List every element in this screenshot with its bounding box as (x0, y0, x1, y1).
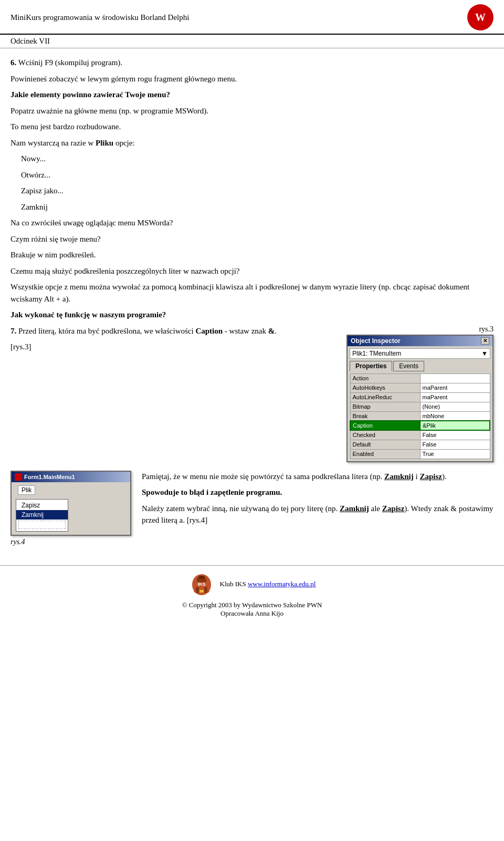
prop-bitmap-value: (None) (420, 402, 490, 411)
form-titlebar: Form1.MainMenu1 (12, 472, 130, 482)
prop-break-value: mbNone (420, 411, 490, 421)
prop-bitmap-name: Bitmap (350, 402, 420, 411)
question4: Czemu mają służyć podkreślenia poszczegó… (10, 265, 494, 277)
prop-default-name: Default (350, 440, 420, 449)
main-content: 6. Wciśnij F9 (skompiluj program). Powin… (0, 48, 504, 555)
amp-bold: & (268, 327, 275, 335)
prop-enabled-name: Enabled (350, 449, 420, 459)
form-menu-bar: Plik (16, 485, 126, 495)
para7-zapisz: Zapisz (382, 504, 405, 513)
svg-text:IKS: IKS (197, 582, 205, 587)
table-row: AutoLineReduc maParent (350, 392, 490, 402)
para3-prefix: Nam wystarczą na razie w (10, 139, 96, 147)
bottom-section: Form1.MainMenu1 Plik Zapisz Zamknij rys.… (10, 471, 494, 546)
logo: W (467, 4, 494, 30)
header-left: MiniKurs programowania w środowisku Borl… (10, 13, 189, 22)
chevron-down-icon: ▼ (481, 350, 488, 357)
para5: Wszystkie opcje z menu można wywołać za … (10, 281, 494, 305)
table-row: Break mbNone (350, 411, 490, 421)
prop-autohotkeys-value: maParent (420, 383, 490, 392)
prop-break-name: Break (350, 411, 420, 421)
oi-tabs: Properties Events (350, 361, 490, 371)
step7-rys: [rys.3] (10, 341, 336, 353)
para7: Należy zatem wybrać inną, nie używaną do… (142, 503, 494, 526)
oi-title-text: Object Inspector (351, 337, 401, 345)
menu-entry-zapisz[interactable]: Zapisz (16, 501, 68, 510)
page-footer: IKS Klub IKS www.informatyka.edu.pl © Co… (0, 565, 504, 622)
object-inspector-col: rys.3 Object Inspector ✕ Plik1: TMenuIte… (346, 325, 494, 462)
form-icon (15, 473, 22, 481)
table-row: Checked False (350, 430, 490, 440)
step7-main: Przed literą, która ma być podkreślona, … (18, 327, 277, 335)
menu-entry-dashed (18, 521, 66, 529)
bold-error-text: Spowoduje to błąd i zapętlenie programu. (142, 486, 494, 499)
prop-enabled-value: True (420, 449, 490, 459)
footer-author: Opracowała Anna Kijo (10, 609, 494, 618)
prop-autolinereduc-name: AutoLineReduc (350, 392, 420, 402)
rys4-label: rys.4 (10, 538, 131, 546)
menu-entry-zamknij[interactable]: Zamknij (16, 510, 68, 520)
footer-club-text: Klub IKS www.informatyka.edu.pl (220, 580, 316, 588)
table-row-caption: Caption &Plik (350, 421, 490, 430)
form-window: Form1.MainMenu1 Plik Zapisz Zamknij (10, 471, 131, 536)
form-menu-dropdown: Zapisz Zamknij (16, 499, 68, 532)
form-window-col: Form1.MainMenu1 Plik Zapisz Zamknij rys.… (10, 471, 131, 546)
para6-zamknij: Zamknij (384, 472, 414, 481)
oi-close-button[interactable]: ✕ (481, 337, 489, 345)
footer-link[interactable]: www.informatyka.edu.pl (248, 580, 316, 588)
step7-number: 7. (10, 327, 16, 335)
page-header: MiniKurs programowania w środowisku Borl… (0, 0, 504, 35)
table-row: Action (350, 373, 490, 383)
prop-autohotkeys-name: AutoHotkeys (350, 383, 420, 392)
footer-copyright: © Copyright 2003 by Wydawnictwo Szkolne … (10, 601, 494, 609)
tab-events[interactable]: Events (393, 361, 424, 371)
menu-item-otworz: Otwórz... (21, 169, 494, 181)
form-menu-plik[interactable]: Plik (18, 485, 35, 495)
caption-bold: Caption (195, 327, 223, 335)
para3-suffix: opcje: (113, 139, 134, 147)
prop-action-name: Action (350, 373, 420, 383)
step7-section: 7. Przed literą, która ma być podkreślon… (10, 325, 494, 462)
rys3-label: rys.3 (346, 325, 494, 334)
para3: Nam wystarczą na razie w Pliku opcje: (10, 137, 494, 149)
step7-text-col: 7. Przed literą, która ma być podkreślon… (10, 325, 336, 462)
prop-default-value: False (420, 440, 490, 449)
para7-zamknij: Zamknij (340, 504, 369, 513)
svg-rect-5 (204, 587, 207, 593)
step6-line: 6. Wciśnij F9 (skompiluj program). (10, 57, 494, 69)
para4: Brakuje w nim podkreśleń. (10, 249, 494, 261)
oi-titlebar: Object Inspector ✕ (348, 336, 492, 346)
odcinek-label: Odcinek VII (10, 37, 50, 45)
prop-caption-name: Caption (350, 421, 420, 430)
object-inspector-window: Object Inspector ✕ Plik1: TMenuItem ▼ Pr… (346, 335, 494, 462)
para6: Pamiętaj, że w menu nie może się powtórz… (142, 471, 494, 483)
footer-logo-area: IKS Klub IKS www.informatyka.edu.pl (10, 570, 494, 599)
header-title: MiniKurs programowania w środowisku Borl… (10, 13, 189, 22)
question1: Jakie elementy powinno zawierać Twoje me… (10, 89, 494, 101)
form-body: Plik Zapisz Zamknij (12, 482, 130, 535)
para3-pliku: Pliku (96, 139, 113, 147)
step6-sub: Powinieneś zobaczyć w lewym górnym rogu … (10, 73, 494, 85)
table-row: AutoHotkeys maParent (350, 383, 490, 392)
menu-item-nowy: Nowy... (21, 153, 494, 165)
table-row: Default False (350, 440, 490, 449)
table-row: Enabled True (350, 449, 490, 459)
prop-autolinereduc-value: maParent (420, 392, 490, 402)
form-title: Form1.MainMenu1 (24, 474, 75, 480)
question5: Jak wykonać tę funkcję w naszym programi… (10, 309, 494, 321)
question3: Czym różni się twoje menu? (10, 233, 494, 245)
oi-component-dropdown[interactable]: Plik1: TMenuItem ▼ (350, 348, 490, 359)
club-label: Klub IKS (220, 580, 246, 588)
subheader: Odcinek VII (0, 35, 504, 48)
tab-properties[interactable]: Properties (350, 361, 392, 371)
menu-item-zapisz-jako: Zapisz jako... (21, 185, 494, 197)
iks-logo: IKS (188, 570, 215, 599)
prop-checked-value: False (420, 430, 490, 440)
step6-number: 6. (10, 58, 16, 67)
oi-component-name: Plik1: TMenuItem (352, 350, 401, 357)
para2: To menu jest bardzo rozbudowane. (10, 121, 494, 133)
para6-zapisz: Zapisz (419, 472, 442, 481)
menu-item-zamknij: Zamknij (21, 201, 494, 213)
para1: Popatrz uważnie na główne menu (np. w pr… (10, 105, 494, 117)
svg-rect-6 (200, 590, 204, 593)
